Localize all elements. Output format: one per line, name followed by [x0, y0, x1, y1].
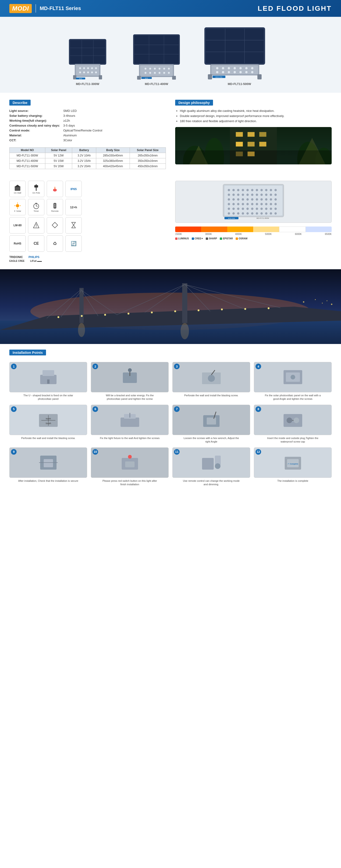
install-item-3: 3 Perforate the wall and install the bla… [173, 362, 250, 401]
cct-brand-cree: CREE✦ [192, 237, 203, 240]
product-image-500w: MODI IP65 [200, 26, 279, 80]
svg-point-204 [244, 308, 246, 310]
install-num-9: 9 [11, 449, 17, 455]
svg-text:MD-FLT11-500W: MD-FLT11-500W [256, 217, 269, 219]
icon-on-pole: On Pole [28, 181, 44, 197]
svg-point-209 [327, 300, 328, 301]
installation-section: Installation Points 1 The U - shaped bra… [0, 344, 341, 492]
icon-refresh: 🔄 [65, 236, 82, 252]
svg-point-163 [260, 208, 263, 210]
install-desc-5: Perforate the wall and install the blast… [21, 436, 75, 440]
svg-point-159 [242, 208, 244, 210]
describe-row: Working time(full charge):≥12h [9, 118, 166, 123]
describe-row: Continuous cloudy and rainy days:3-5 day… [9, 123, 166, 128]
svg-rect-7 [76, 65, 99, 76]
svg-rect-215 [47, 379, 50, 384]
svg-point-177 [274, 212, 277, 215]
svg-rect-185 [80, 288, 84, 323]
svg-point-119 [260, 189, 263, 191]
svg-point-175 [265, 212, 268, 215]
spec-data-cell: 325x380x45mm [96, 158, 130, 164]
icon-lm80: LM-80 [9, 217, 26, 234]
svg-point-118 [256, 189, 258, 191]
svg-point-206 [303, 301, 304, 303]
svg-point-143 [270, 198, 272, 200]
install-image-2: 2 [91, 362, 168, 392]
spec-data-cell: 3.2V 15Ah [72, 158, 96, 164]
svg-rect-18 [73, 75, 76, 80]
svg-point-129 [256, 194, 258, 196]
install-image-12: 12 ✓ Complete [254, 447, 332, 478]
svg-point-126 [242, 194, 244, 196]
svg-point-150 [251, 203, 253, 205]
svg-point-112 [228, 189, 230, 191]
svg-point-147 [237, 203, 239, 205]
svg-point-54 [216, 67, 218, 69]
svg-rect-29 [140, 65, 173, 76]
svg-rect-247 [202, 458, 214, 470]
svg-point-62 [222, 71, 224, 73]
design-point: High quality aluminum alloy die-casting … [180, 108, 332, 114]
svg-point-141 [260, 198, 263, 200]
product-image-400w: MODI [127, 33, 186, 80]
install-image-6: 6 [91, 405, 168, 435]
describe-key: CCT: [9, 138, 62, 143]
icon-solar: ☀ Solar [9, 199, 26, 215]
svg-point-237 [286, 417, 292, 423]
install-desc-1: The U - shaped bracket is fixed on the s… [18, 394, 79, 401]
describe-key: Solar battery charging: [9, 113, 62, 118]
install-desc-3: Perforate the wall and install the blast… [184, 394, 239, 397]
spec-data-cell: 5V 20W [45, 164, 72, 169]
svg-point-108 [36, 226, 37, 227]
svg-rect-91 [34, 185, 38, 188]
svg-point-154 [270, 203, 272, 205]
svg-point-210 [331, 304, 332, 305]
svg-point-249 [215, 463, 220, 469]
svg-point-32 [154, 68, 156, 70]
svg-point-65 [239, 71, 242, 73]
svg-point-136 [237, 198, 239, 200]
svg-point-167 [228, 212, 230, 215]
svg-point-205 [268, 307, 270, 309]
svg-rect-245 [129, 456, 131, 458]
install-num-6: 6 [92, 406, 98, 412]
svg-rect-214 [42, 370, 54, 376]
spec-data-cell: 3.2V 20Ah [72, 164, 96, 169]
right-panel: MODI IP65 MD-FLT11-500W 1500K 3000K 4000… [175, 181, 332, 262]
icon-triangle [28, 217, 44, 234]
info-section: Describe Light source:SMD LEDSolar batte… [0, 93, 341, 176]
describe-key: Working time(full charge): [9, 118, 62, 123]
svg-point-135 [232, 198, 235, 200]
svg-point-164 [265, 208, 268, 210]
svg-point-114 [237, 189, 239, 191]
svg-rect-79 [248, 132, 255, 137]
svg-point-17 [95, 71, 97, 73]
spec-table: Model NOSolar PanelBatteryBody SizeSolar… [9, 147, 166, 169]
install-num-12: 12 [255, 449, 261, 455]
spec-data-cell: 450x350x16mm [130, 164, 165, 169]
design-image [175, 127, 332, 164]
svg-rect-68 [208, 74, 212, 80]
svg-rect-1 [70, 40, 105, 64]
svg-point-155 [274, 203, 277, 205]
spec-data-cell: 3.2V 10Ah [72, 153, 96, 158]
svg-point-149 [246, 203, 249, 205]
cct-label-4000: 4000K [235, 233, 242, 236]
describe-key: Continuous cloudy and rainy days: [9, 123, 62, 128]
design-points: High quality aluminum alloy die-casting … [175, 108, 332, 124]
products-section: MODI MD-FLT11-300W [0, 17, 341, 93]
install-num-5: 5 [11, 406, 17, 412]
install-item-1: 1 The U - shaped bracket is fixed on the… [9, 362, 87, 401]
svg-point-58 [239, 67, 242, 69]
describe-key: Control mode: [9, 128, 62, 133]
svg-point-208 [322, 303, 323, 304]
cct-brand-luminus: LUMINUS [175, 237, 189, 240]
install-item-12: 12 ✓ Complete The installation is comple… [254, 447, 332, 487]
svg-point-31 [149, 68, 151, 70]
icon-recycle: ♻ [47, 236, 63, 252]
svg-point-121 [270, 189, 272, 191]
svg-point-198 [104, 314, 106, 316]
install-desc-11: Use remote control can change the workin… [181, 479, 242, 487]
describe-row: Solar battery charging:3-4hours [9, 113, 166, 118]
describe-box: Describe Light source:SMD LEDSolar batte… [9, 100, 166, 169]
